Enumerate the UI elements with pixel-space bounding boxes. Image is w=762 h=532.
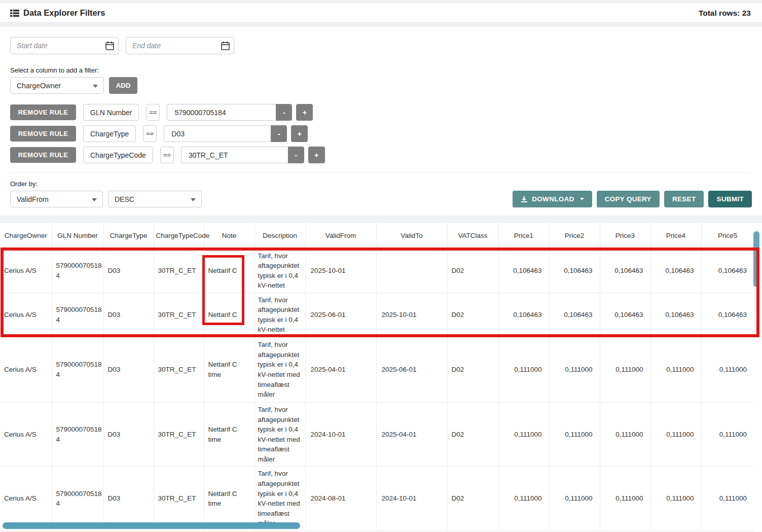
remove-rule-button[interactable]: REMOVE RULE	[10, 104, 76, 120]
remove-value-button[interactable]: -	[276, 104, 292, 121]
list-filter-icon	[10, 9, 19, 17]
table-cell	[376, 249, 447, 293]
add-value-button[interactable]: +	[308, 147, 325, 163]
add-filter-button[interactable]: ADD	[109, 77, 137, 94]
table-cell: Cerius A/S	[0, 293, 52, 337]
filter-rule-row: REMOVE RULE ChargeTypeCode == - +	[10, 147, 752, 163]
page-top-strip	[0, 0, 762, 4]
table-cell: D03	[103, 249, 154, 293]
table-cell: Nettarif C	[204, 293, 255, 337]
table-cell: D03	[103, 337, 154, 403]
table-cell: Tarif, hvor aftagepunktet typisk er i 0,…	[255, 403, 305, 467]
table-cell: 2024-10-01	[305, 403, 376, 467]
table-cell: 0,111000	[498, 467, 549, 530]
column-header-price1: Price1	[498, 223, 549, 249]
remove-rule-button[interactable]: REMOVE RULE	[10, 147, 76, 163]
table-cell: 2024-08-01	[305, 467, 376, 530]
total-rows-label: Total rows: 23	[699, 9, 751, 18]
table-cell: 0,106463	[498, 249, 549, 293]
table-cell: Tarif, hvor aftagepunktet typisk er i 0,…	[255, 249, 305, 293]
table-cell: D03	[103, 403, 154, 467]
order-by-label: Order by:	[10, 180, 752, 188]
caret-down-icon	[92, 198, 97, 201]
table-cell: 0,111000	[549, 467, 600, 530]
rule-operator: ==	[146, 104, 160, 121]
table-cell: 0,111000	[650, 337, 701, 403]
table-cell: Cerius A/S	[0, 403, 52, 467]
add-value-button[interactable]: +	[296, 104, 313, 121]
filters-panel: Select a column to add a filter: ChargeO…	[0, 27, 762, 216]
table-cell: 30TR_C_ET	[154, 249, 204, 293]
table-cell: 0,106463	[650, 249, 701, 293]
table-cell: 30TR_C_ET	[154, 293, 204, 337]
remove-rule-button[interactable]: REMOVE RULE	[10, 126, 76, 141]
end-date-input[interactable]	[126, 37, 234, 54]
end-date-field[interactable]	[126, 37, 234, 54]
table-cell: 30TR_C_ET	[154, 467, 204, 530]
table-cell: 0,106463	[701, 249, 754, 293]
table-cell: 30TR_C_ET	[154, 403, 204, 467]
table-row: Cerius A/S5790000705184D0330TR_C_ETNetta…	[0, 467, 754, 530]
rule-operator: ==	[143, 125, 157, 142]
table-cell: Cerius A/S	[0, 337, 52, 403]
submit-button[interactable]: SUBMIT	[708, 191, 752, 207]
column-header-validfrom: ValidFrom	[305, 223, 376, 249]
column-header-description: Description	[255, 223, 305, 249]
reset-button[interactable]: RESET	[664, 191, 704, 207]
header-bar: Data Explorer Filters Total rows: 23	[0, 4, 762, 23]
table-cell: 0,106463	[701, 293, 754, 337]
table-cell: 0,111000	[600, 337, 650, 403]
add-value-button[interactable]: +	[291, 125, 308, 142]
table-cell: 5790000705184	[52, 403, 103, 467]
rule-field-label: ChargeTypeCode	[83, 147, 153, 163]
table-cell: 2024-10-01	[376, 467, 447, 530]
table-cell: Nettarif C time	[204, 467, 255, 530]
table-cell: 5790000705184	[52, 293, 103, 337]
download-button[interactable]: DOWNLOAD	[513, 191, 592, 207]
column-select[interactable]: ChargeOwner	[10, 77, 104, 94]
table-cell: Nettarif C	[204, 249, 255, 293]
results-table: ChargeOwnerGLN NumberChargeTypeChargeTyp…	[0, 223, 754, 531]
remove-value-button[interactable]: -	[271, 125, 287, 142]
column-header-price5: Price5	[701, 223, 754, 249]
table-cell: 0,111000	[498, 337, 549, 403]
column-header-chargeowner: ChargeOwner	[0, 223, 52, 249]
vertical-scrollbar[interactable]	[753, 231, 759, 287]
table-cell: 2025-10-01	[305, 249, 376, 293]
table-cell: 0,111000	[701, 403, 754, 467]
table-cell: D02	[447, 467, 498, 530]
column-header-price4: Price4	[650, 223, 701, 249]
copy-query-button[interactable]: COPY QUERY	[597, 191, 660, 207]
table-cell: 0,111000	[701, 337, 754, 403]
caret-down-icon	[93, 85, 98, 88]
table-row: Cerius A/S5790000705184D0330TR_C_ETNetta…	[0, 249, 754, 293]
start-date-field[interactable]	[10, 37, 119, 54]
table-cell: D03	[103, 293, 154, 337]
column-header-gln number: GLN Number	[52, 223, 103, 249]
table-cell: 0,106463	[549, 293, 600, 337]
calendar-icon[interactable]	[105, 41, 114, 50]
rule-operator: ==	[160, 147, 174, 163]
table-cell: 0,106463	[549, 249, 600, 293]
table-cell: D02	[447, 337, 498, 403]
table-cell: 2025-04-01	[376, 403, 447, 467]
rule-value-input[interactable]	[164, 125, 271, 142]
table-cell: 0,111000	[549, 403, 600, 467]
remove-value-button[interactable]: -	[288, 147, 304, 163]
order-direction-select[interactable]: DESC	[108, 191, 202, 207]
column-header-chargetypecode: ChargeTypeCode	[154, 223, 204, 249]
table-cell: 0,111000	[498, 403, 549, 467]
calendar-icon[interactable]	[221, 41, 230, 50]
order-field-select[interactable]: ValidFrom	[10, 191, 103, 207]
column-select-value: ChargeOwner	[17, 82, 61, 90]
rule-value-input[interactable]	[181, 147, 288, 163]
column-header-note: Note	[204, 223, 255, 249]
start-date-input[interactable]	[10, 37, 119, 54]
filter-rule-row: REMOVE RULE ChargeType == - +	[10, 125, 752, 142]
rule-value-input[interactable]	[167, 104, 276, 121]
horizontal-scrollbar[interactable]	[3, 522, 300, 529]
filter-rule-row: REMOVE RULE GLN Number == - +	[10, 104, 752, 121]
table-cell: 2025-04-01	[305, 337, 376, 403]
table-cell: 0,106463	[650, 293, 701, 337]
page-title: Data Explorer Filters	[23, 8, 105, 18]
